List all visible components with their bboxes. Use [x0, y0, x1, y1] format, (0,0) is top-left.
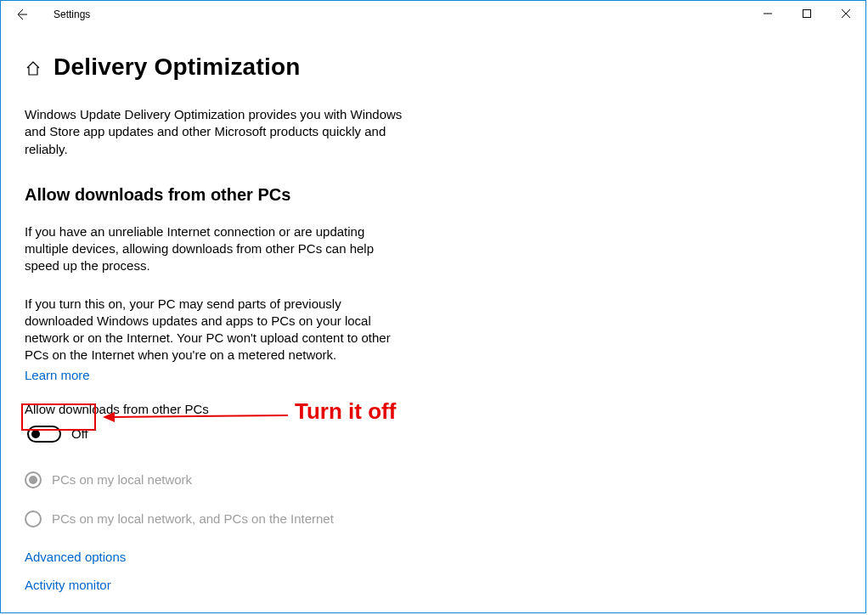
- intro-text: Windows Update Delivery Optimization pro…: [25, 106, 415, 158]
- toggle-knob: [31, 430, 40, 438]
- radio-group: PCs on my local network PCs on my local …: [25, 471, 476, 528]
- app-title: Settings: [54, 8, 90, 20]
- page-header: Delivery Optimization: [25, 54, 476, 81]
- minimize-button[interactable]: [748, 1, 787, 26]
- paragraph-2: If you turn this on, your PC may send pa…: [25, 296, 407, 364]
- activity-monitor-link[interactable]: Activity monitor: [25, 578, 476, 592]
- paragraph-1: If you have an unreliable Internet conne…: [25, 223, 407, 275]
- radio-label: PCs on my local network, and PCs on the …: [52, 511, 334, 526]
- toggle-row: Off: [25, 423, 93, 445]
- page-title: Delivery Optimization: [54, 54, 301, 81]
- radio-item-local: PCs on my local network: [25, 471, 476, 488]
- window-controls: [748, 1, 865, 26]
- learn-more-link[interactable]: Learn more: [25, 368, 90, 382]
- back-button[interactable]: [9, 3, 33, 26]
- maximize-button[interactable]: [787, 1, 826, 26]
- svg-rect-1: [803, 10, 811, 18]
- home-icon: [25, 60, 42, 77]
- toggle-state: Off: [71, 426, 88, 441]
- radio-local-network[interactable]: [25, 471, 42, 488]
- section-heading: Allow downloads from other PCs: [25, 185, 476, 205]
- bottom-links: Advanced options Activity monitor: [25, 550, 476, 592]
- allow-downloads-toggle[interactable]: [27, 426, 61, 443]
- settings-window: Settings Delivery Optimization Windows U…: [0, 0, 866, 613]
- radio-item-internet: PCs on my local network, and PCs on the …: [25, 511, 476, 528]
- titlebar: Settings: [1, 1, 865, 28]
- advanced-options-link[interactable]: Advanced options: [25, 550, 476, 564]
- radio-label: PCs on my local network: [52, 472, 192, 487]
- content-area: Delivery Optimization Windows Update Del…: [1, 28, 476, 592]
- toggle-label: Allow downloads from other PCs: [25, 402, 476, 416]
- close-button[interactable]: [826, 1, 865, 26]
- radio-local-and-internet[interactable]: [25, 511, 42, 528]
